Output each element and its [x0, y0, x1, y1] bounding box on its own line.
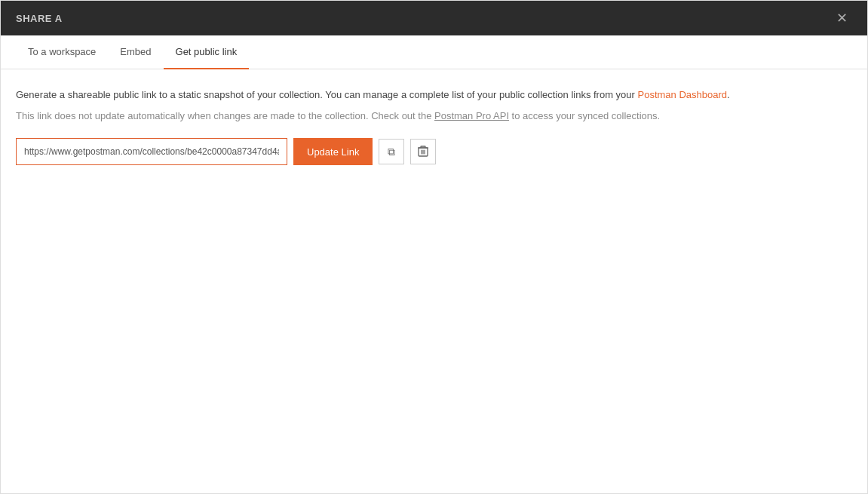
- share-modal: SHARE A ✕ To a workspace Embed Get publi…: [0, 0, 868, 494]
- modal-title: SHARE A: [16, 13, 63, 24]
- trash-icon: [418, 145, 428, 159]
- tabs-bar: To a workspace Embed Get public link: [1, 35, 867, 69]
- modal-header: SHARE A ✕: [1, 1, 867, 35]
- tab-public-link[interactable]: Get public link: [164, 35, 250, 69]
- primary-description: Generate a shareable public link to a st…: [16, 87, 852, 103]
- link-row: Update Link ⧉: [16, 138, 852, 165]
- close-button[interactable]: ✕: [832, 8, 852, 28]
- public-link-input[interactable]: [16, 138, 287, 165]
- tab-embed[interactable]: Embed: [108, 35, 163, 69]
- copy-link-button[interactable]: ⧉: [379, 139, 404, 164]
- copy-icon: ⧉: [388, 146, 395, 158]
- postman-pro-api-link[interactable]: Postman Pro API: [434, 110, 509, 121]
- sub-description: This link does not update automatically …: [16, 109, 852, 124]
- modal-body: Generate a shareable public link to a st…: [1, 69, 867, 493]
- tab-workspace[interactable]: To a workspace: [16, 35, 108, 69]
- update-link-button[interactable]: Update Link: [293, 138, 373, 165]
- postman-dashboard-link[interactable]: Postman Dashboard: [638, 89, 728, 100]
- delete-link-button[interactable]: [410, 139, 436, 164]
